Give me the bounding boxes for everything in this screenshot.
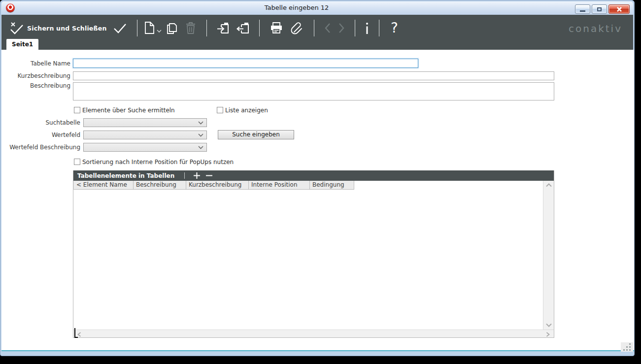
dropdown-chevron-icon	[198, 121, 203, 125]
vertical-scrollbar[interactable]	[543, 181, 554, 330]
suchtabelle-label: Suchtabelle	[4, 119, 80, 127]
liste-anzeigen-label: Liste anzeigen	[225, 107, 268, 114]
sortierung-checkbox[interactable]	[74, 159, 80, 165]
delete-icon[interactable]	[185, 21, 197, 35]
window-title: Tabelle eingeben 12	[1, 4, 592, 11]
column-header-kurzbeschreibung[interactable]: Kurzbeschreibung	[186, 181, 249, 190]
tab-seite1[interactable]: Seite1	[6, 39, 38, 50]
tabelle-name-input[interactable]	[73, 59, 418, 68]
beschreibung-textarea[interactable]	[73, 82, 554, 100]
tabellenelemente-title: Tabellenelemente in Tabellen	[77, 172, 174, 179]
scroll-left-icon[interactable]	[77, 332, 81, 337]
element-table-body[interactable]	[73, 190, 543, 330]
help-icon[interactable]: ?	[389, 21, 399, 35]
panel-separator	[184, 172, 185, 179]
duplicate-icon[interactable]	[165, 21, 178, 35]
tabelle-name-label: Tabelle Name	[4, 60, 70, 67]
scroll-up-icon[interactable]	[546, 183, 552, 187]
attachment-icon[interactable]	[290, 21, 304, 35]
wertefeld-beschreibung-select[interactable]	[83, 143, 207, 152]
horizontal-scrollbar[interactable]	[73, 330, 554, 337]
save-and-close-icon	[9, 21, 24, 35]
svg-text:?: ?	[391, 21, 398, 35]
tabellenelemente-panel: Tabellenelemente in Tabellen < Element N…	[73, 170, 554, 338]
element-table-header: < Element Name Beschreibung Kurzbeschrei…	[73, 181, 543, 190]
conaktiv-logo: conaktiv	[569, 23, 622, 34]
minimize-button[interactable]	[575, 4, 590, 14]
column-header-beschreibung[interactable]: Beschreibung	[134, 181, 186, 190]
wertefeld-label: Wertefeld	[4, 132, 80, 139]
column-header-bedingung[interactable]: Bedingung	[310, 181, 354, 190]
import-icon[interactable]	[217, 21, 230, 35]
element-table: < Element Name Beschreibung Kurzbeschrei…	[73, 181, 543, 330]
text-caret	[74, 328, 78, 338]
new-record-icon	[144, 21, 156, 35]
info-icon[interactable]	[365, 22, 369, 34]
next-icon[interactable]	[338, 23, 345, 33]
new-record-button[interactable]	[144, 21, 162, 35]
column-header-interne-position[interactable]: Interne Position	[249, 181, 310, 190]
resize-grip[interactable]	[621, 342, 633, 352]
wertefeld-select[interactable]	[83, 131, 207, 139]
toolbar-separator	[206, 20, 207, 36]
resize-grip-icon	[621, 342, 633, 352]
export-icon[interactable]	[236, 21, 249, 35]
toolbar-separator	[355, 20, 355, 36]
dropdown-chevron-icon	[198, 133, 203, 137]
liste-anzeigen-checkbox[interactable]	[217, 107, 223, 113]
suche-eingeben-button[interactable]: Suche eingeben	[218, 130, 294, 139]
toolbar-separator	[259, 20, 260, 36]
minimize-icon	[580, 10, 585, 12]
tab-label: Seite1	[12, 41, 33, 48]
title-bar[interactable]: Tabelle eingeben 12	[1, 1, 633, 15]
save-and-close-label: Sichern und Schließen	[27, 25, 107, 32]
dropdown-chevron-icon	[198, 146, 203, 149]
maximize-button[interactable]	[592, 4, 607, 14]
close-icon	[616, 6, 622, 12]
beschreibung-label: Beschreibung	[4, 82, 70, 90]
app-window: Tabelle eingeben 12 Sichern und Schließe…	[0, 0, 635, 356]
print-icon[interactable]	[270, 22, 283, 34]
scroll-down-icon[interactable]	[546, 323, 552, 327]
maximize-icon	[597, 7, 602, 11]
scroll-right-icon[interactable]	[546, 332, 550, 337]
toolbar: Sichern und Schließen	[1, 15, 633, 50]
kurzbeschreibung-label: Kurzbeschreibung	[4, 72, 70, 80]
sortierung-label: Sortierung nach Interne Position für Pop…	[82, 159, 234, 165]
chevron-down-icon	[157, 30, 162, 33]
confirm-icon[interactable]	[112, 22, 127, 34]
toolbar-separator	[137, 20, 137, 36]
elemente-ueber-suche-label: Elemente über Suche ermitteln	[82, 107, 175, 114]
column-header-element-name[interactable]: < Element Name	[73, 181, 134, 190]
toolbar-separator	[379, 20, 379, 36]
wertefeld-beschreibung-label: Wertefeld Beschreibung	[4, 144, 80, 151]
kurzbeschreibung-input[interactable]	[73, 71, 554, 80]
close-button[interactable]	[608, 4, 630, 14]
suchtabelle-select[interactable]	[83, 118, 207, 127]
tabellenelemente-title-bar: Tabellenelemente in Tabellen	[73, 170, 554, 181]
elemente-ueber-suche-checkbox[interactable]	[74, 107, 80, 113]
remove-row-icon[interactable]	[205, 172, 213, 179]
previous-icon[interactable]	[324, 23, 331, 33]
add-row-icon[interactable]	[193, 172, 201, 179]
toolbar-separator	[314, 20, 314, 36]
save-and-close-button[interactable]: Sichern und Schließen	[9, 21, 109, 35]
